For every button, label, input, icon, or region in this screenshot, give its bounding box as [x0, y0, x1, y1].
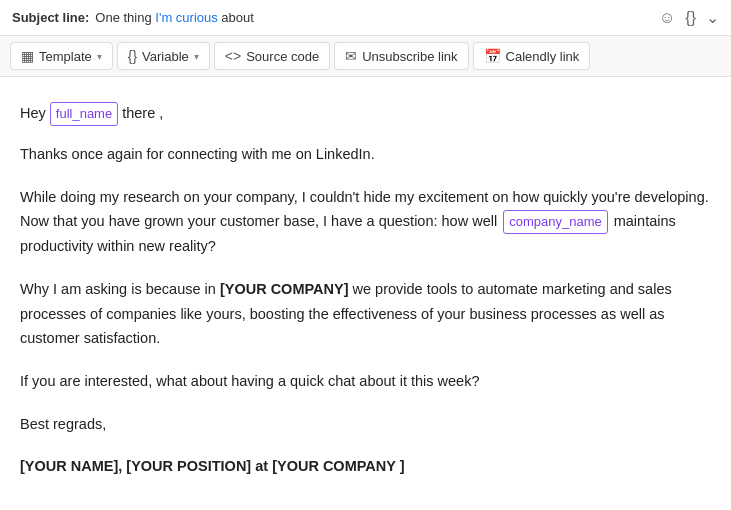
signature: [YOUR NAME], [YOUR POSITION] at [YOUR CO… — [20, 454, 711, 479]
calendly-label: Calendly link — [506, 49, 580, 64]
para5-text: Best regrads, — [20, 416, 106, 432]
template-chevron: ▾ — [97, 51, 102, 62]
variable-chevron: ▾ — [194, 51, 199, 62]
email-body: Hey full_name there , Thanks once again … — [0, 77, 731, 499]
source-code-label: Source code — [246, 49, 319, 64]
greeting-prefix: Hey — [20, 101, 46, 126]
signature-text: [YOUR NAME], [YOUR POSITION] at [YOUR CO… — [20, 458, 405, 474]
toolbar: ▦ Template ▾ {} Variable ▾ <> Source cod… — [0, 36, 731, 77]
unsubscribe-button[interactable]: ✉ Unsubscribe link — [334, 42, 468, 70]
greeting-suffix: there , — [122, 101, 163, 126]
para4-text: If you are interested, what about having… — [20, 373, 479, 389]
chevron-down-icon[interactable]: ⌄ — [706, 8, 719, 27]
template-label: Template — [39, 49, 92, 64]
para3-text-1: Why I am asking is because in — [20, 281, 220, 297]
variable-label: Variable — [142, 49, 189, 64]
source-code-button[interactable]: <> Source code — [214, 42, 330, 70]
calendly-icon: 📅 — [484, 48, 501, 64]
paragraph-2: While doing my research on your company,… — [20, 185, 711, 259]
paragraph-3: Why I am asking is because in [YOUR COMP… — [20, 277, 711, 351]
subject-icons: ☺ {} ⌄ — [659, 8, 719, 27]
subject-bar: Subject line: One thing I'm curious abou… — [0, 0, 731, 36]
template-button[interactable]: ▦ Template ▾ — [10, 42, 113, 70]
company-name-variable[interactable]: company_name — [503, 210, 608, 234]
subject-label: Subject line: — [12, 10, 89, 25]
subject-text-one: One thing — [95, 10, 155, 25]
paragraph-5: Best regrads, — [20, 412, 711, 437]
template-icon: ▦ — [21, 48, 34, 64]
para1-text: Thanks once again for connecting with me… — [20, 146, 375, 162]
full-name-variable[interactable]: full_name — [50, 102, 118, 126]
greeting-line: Hey full_name there , — [20, 101, 711, 126]
source-code-icon: <> — [225, 48, 241, 64]
subject-text: One thing I'm curious about — [95, 10, 254, 25]
variable-button[interactable]: {} Variable ▾ — [117, 42, 210, 70]
para3-bold: [YOUR COMPANY] — [220, 281, 349, 297]
subject-text-three: about — [218, 10, 254, 25]
paragraph-1: Thanks once again for connecting with me… — [20, 142, 711, 167]
unsubscribe-label: Unsubscribe link — [362, 49, 457, 64]
unsubscribe-icon: ✉ — [345, 48, 357, 64]
variable-icon: {} — [128, 48, 137, 64]
calendly-button[interactable]: 📅 Calendly link — [473, 42, 591, 70]
curly-braces-icon[interactable]: {} — [685, 9, 696, 27]
paragraph-4: If you are interested, what about having… — [20, 369, 711, 394]
emoji-icon[interactable]: ☺ — [659, 9, 675, 27]
subject-text-two: I'm curious — [155, 10, 217, 25]
